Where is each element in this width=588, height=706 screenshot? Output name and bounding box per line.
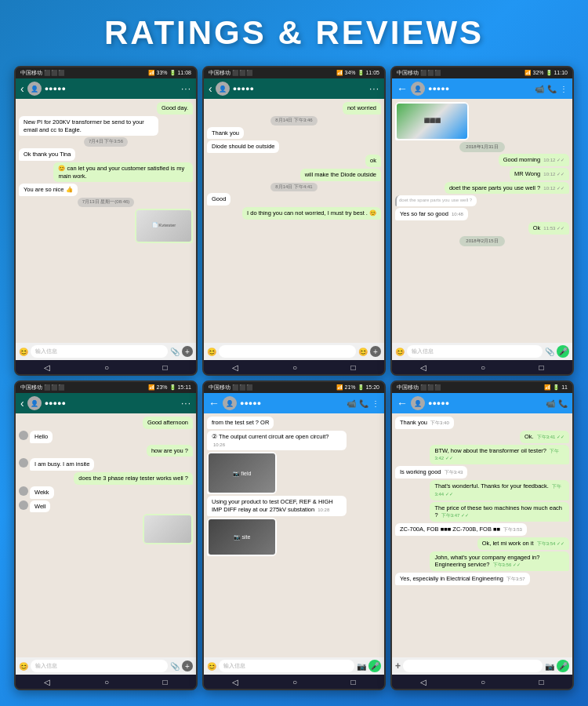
recent-nav-4[interactable]: □ — [163, 678, 168, 686]
plus-btn[interactable]: + — [182, 346, 193, 357]
home-nav-3[interactable]: ○ — [481, 363, 485, 372]
msg-sent: how are you ? — [147, 445, 193, 457]
chat-input-1[interactable]: 输入信息 — [31, 345, 168, 358]
chat-header-3: ← 👤 ●●●●● 📹 📞 ⋮ — [392, 78, 572, 99]
screenshots-grid: 中国移动 ⬛⬛⬛ 📶 33% 🔋 11:08 ‹ 👤 ●●●●● ··· Goo… — [0, 61, 588, 704]
attach-icon-4[interactable]: 📎 — [170, 662, 180, 671]
attach-icon[interactable]: 📎 — [170, 348, 180, 356]
timestamp: 8月14日 下午3:46 — [270, 116, 317, 126]
chat-input-5[interactable]: 输入信息 — [219, 660, 354, 672]
back-icon-1[interactable]: ‹ — [20, 82, 24, 95]
recent-nav-5[interactable]: □ — [351, 678, 356, 686]
home-nav-2[interactable]: ○ — [292, 363, 297, 372]
mic-btn-3[interactable]: 🎤 — [557, 345, 569, 358]
attach-icon-5[interactable]: 📷 — [357, 662, 366, 671]
emoji-icon-3[interactable]: 😊 — [358, 348, 368, 356]
back-nav[interactable]: ◁ — [44, 363, 50, 372]
recent-nav-2[interactable]: □ — [351, 363, 356, 372]
more-icon-4[interactable]: ··· — [181, 398, 191, 409]
back-icon-6[interactable]: ← — [397, 397, 408, 409]
msg-sent: The price of these two machines how much… — [430, 502, 569, 522]
chat-body-3: ⬛⬛⬛ 2018年1月31日 Good morning 10:12 ✓✓ MR … — [392, 99, 572, 343]
msg-sent: John, what's your company engaged in? En… — [430, 551, 569, 572]
chat-body-2: not worried 8月14日 下午3:46 Thank you Diode… — [204, 99, 384, 343]
recent-nav-6[interactable]: □ — [539, 678, 544, 686]
contact-name-1: ●●●●● — [45, 85, 178, 93]
recent-nav-3[interactable]: □ — [539, 363, 544, 372]
video-icon-6[interactable]: 📹 — [546, 399, 555, 408]
msg-received-avatar2: I am busy. I am insite — [19, 458, 193, 471]
msg-sent-img: 📄 Kvtester — [135, 209, 193, 243]
plus-btn-4[interactable]: + — [182, 661, 193, 671]
back-icon-4[interactable]: ‹ — [20, 397, 24, 409]
msg-sent: Ok. 下午3:41 ✓✓ — [520, 431, 569, 443]
mic-btn-5[interactable]: 🎤 — [368, 660, 381, 672]
msg-received: Yes, especially in Electrical Engineerin… — [395, 573, 530, 585]
home-nav-5[interactable]: ○ — [292, 678, 297, 686]
emoji-icon-4[interactable]: 😊 — [19, 662, 28, 671]
chat-bottom-1[interactable]: 😊 输入信息 📎 + — [16, 343, 196, 360]
home-nav-4[interactable]: ○ — [104, 678, 109, 686]
contact-name-3: ●●●●● — [428, 85, 532, 93]
msg-received-small: doet the spare parts you use well ? — [395, 195, 477, 206]
home-nav[interactable]: ○ — [104, 363, 109, 372]
chat-input-2[interactable] — [219, 345, 356, 358]
msg-sent-img — [143, 514, 193, 544]
back-nav-2[interactable]: ◁ — [232, 363, 238, 372]
back-nav-5[interactable]: ◁ — [232, 678, 238, 686]
msg-sent: I do thing you can not worried, I must t… — [242, 207, 381, 220]
msg-sent: will make the Diode outside — [300, 169, 381, 181]
call-icon[interactable]: 📞 — [547, 85, 557, 93]
more-icon-2[interactable]: ··· — [369, 83, 379, 94]
msg-received: Ok thank you Tina — [19, 148, 75, 161]
video-icon[interactable]: 📹 — [535, 85, 544, 93]
msg-sent: BTW, how about the transformer oil teste… — [430, 445, 569, 465]
msg-received-img: 📷 field — [207, 452, 277, 494]
call-icon-6[interactable]: 📞 — [558, 399, 568, 408]
chat-input-6[interactable] — [403, 660, 543, 672]
attach-icon-3[interactable]: 📎 — [545, 348, 554, 356]
emoji-icon-3b[interactable]: 😊 — [395, 348, 405, 356]
chat-bottom-6[interactable]: + 📷 🎤 — [392, 657, 572, 675]
chat-bottom-3[interactable]: 😊 输入信息 📎 🎤 — [392, 343, 572, 360]
back-nav-3[interactable]: ◁ — [420, 363, 426, 372]
plus-btn-2[interactable]: + — [370, 346, 381, 357]
back-nav-6[interactable]: ◁ — [420, 678, 426, 686]
nav-bar-5: ◁ ○ □ — [204, 675, 384, 689]
home-nav-6[interactable]: ○ — [481, 678, 485, 686]
msg-sent: does the 3 phase relay tester works well… — [74, 472, 193, 485]
chat-input-3[interactable]: 输入信息 — [407, 345, 543, 358]
chat-body-1: Good day. New PI for 200KV transformer b… — [16, 99, 196, 343]
attach-icon-6[interactable]: 📷 — [545, 662, 554, 671]
msg-sent: Good morning 10:12 ✓✓ — [499, 154, 569, 166]
contact-name-4: ●●●●● — [45, 399, 178, 407]
emoji-icon-2[interactable]: 😊 — [207, 348, 216, 356]
msg-sent: Ok 11:53 ✓✓ — [528, 222, 569, 235]
chat-input-4[interactable]: 输入信息 — [31, 660, 168, 672]
phone-3: 中国移动 ⬛⬛⬛ 📶 32% 🔋 11:10 ← 👤 ●●●●● 📹 📞 ⋮ ⬛… — [390, 66, 574, 376]
emoji-icon-5[interactable]: 😊 — [207, 662, 216, 671]
contact-name-5: ●●●●● — [240, 399, 343, 407]
chat-body-5: from the test set ? OR ② The output curr… — [204, 413, 384, 657]
msg-received: Thank you 下午3:40 — [395, 417, 454, 429]
back-nav-4[interactable]: ◁ — [44, 678, 50, 686]
more-icon-1[interactable]: ··· — [181, 83, 191, 94]
mic-btn-6[interactable]: 🎤 — [557, 660, 569, 672]
video-icon-5[interactable]: 📹 — [347, 399, 356, 408]
emoji-icon[interactable]: 😊 — [19, 348, 28, 356]
more-icon-3[interactable]: ⋮ — [560, 85, 568, 93]
avatar-4: 👤 — [27, 396, 42, 410]
msg-received: You are so nice 👍 — [19, 184, 78, 196]
plus-icon-6[interactable]: + — [395, 661, 401, 671]
call-icon-5[interactable]: 📞 — [359, 399, 368, 408]
avatar-3: 👤 — [411, 82, 425, 96]
more-icon-5[interactable]: ⋮ — [372, 399, 379, 408]
back-icon-3[interactable]: ← — [397, 82, 408, 95]
back-icon-5[interactable]: ← — [209, 397, 220, 409]
chat-bottom-4[interactable]: 😊 输入信息 📎 + — [16, 657, 196, 675]
chat-bottom-5[interactable]: 😊 输入信息 📷 🎤 — [204, 657, 384, 675]
chat-bottom-2[interactable]: 😊 😊 + — [204, 343, 384, 360]
recent-nav[interactable]: □ — [163, 363, 168, 372]
avatar-2: 👤 — [216, 82, 230, 96]
back-icon-2[interactable]: ‹ — [209, 82, 212, 95]
